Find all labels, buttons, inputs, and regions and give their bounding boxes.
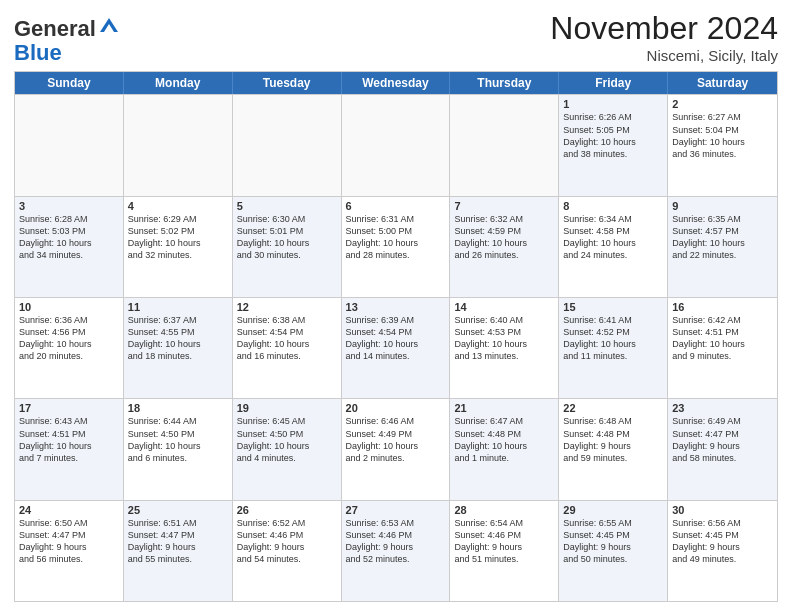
cal-cell <box>342 95 451 195</box>
cal-cell: 2Sunrise: 6:27 AM Sunset: 5:04 PM Daylig… <box>668 95 777 195</box>
day-number: 3 <box>19 200 119 212</box>
day-number: 28 <box>454 504 554 516</box>
location: Niscemi, Sicily, Italy <box>550 47 778 64</box>
day-number: 18 <box>128 402 228 414</box>
logo: General Blue <box>14 14 120 65</box>
cal-cell: 17Sunrise: 6:43 AM Sunset: 4:51 PM Dayli… <box>15 399 124 499</box>
day-info: Sunrise: 6:29 AM Sunset: 5:02 PM Dayligh… <box>128 213 228 262</box>
day-info: Sunrise: 6:26 AM Sunset: 5:05 PM Dayligh… <box>563 111 663 160</box>
cal-cell: 7Sunrise: 6:32 AM Sunset: 4:59 PM Daylig… <box>450 197 559 297</box>
cal-cell: 13Sunrise: 6:39 AM Sunset: 4:54 PM Dayli… <box>342 298 451 398</box>
day-info: Sunrise: 6:43 AM Sunset: 4:51 PM Dayligh… <box>19 415 119 464</box>
cal-cell: 9Sunrise: 6:35 AM Sunset: 4:57 PM Daylig… <box>668 197 777 297</box>
day-number: 2 <box>672 98 773 110</box>
cal-cell: 11Sunrise: 6:37 AM Sunset: 4:55 PM Dayli… <box>124 298 233 398</box>
cal-header-tuesday: Tuesday <box>233 72 342 94</box>
day-info: Sunrise: 6:35 AM Sunset: 4:57 PM Dayligh… <box>672 213 773 262</box>
day-number: 8 <box>563 200 663 212</box>
day-info: Sunrise: 6:31 AM Sunset: 5:00 PM Dayligh… <box>346 213 446 262</box>
day-number: 27 <box>346 504 446 516</box>
calendar-body: 1Sunrise: 6:26 AM Sunset: 5:05 PM Daylig… <box>15 94 777 601</box>
day-number: 23 <box>672 402 773 414</box>
day-number: 30 <box>672 504 773 516</box>
cal-header-friday: Friday <box>559 72 668 94</box>
day-info: Sunrise: 6:28 AM Sunset: 5:03 PM Dayligh… <box>19 213 119 262</box>
day-info: Sunrise: 6:36 AM Sunset: 4:56 PM Dayligh… <box>19 314 119 363</box>
day-number: 1 <box>563 98 663 110</box>
title-block: November 2024 Niscemi, Sicily, Italy <box>550 10 778 64</box>
cal-cell: 19Sunrise: 6:45 AM Sunset: 4:50 PM Dayli… <box>233 399 342 499</box>
day-info: Sunrise: 6:40 AM Sunset: 4:53 PM Dayligh… <box>454 314 554 363</box>
day-number: 5 <box>237 200 337 212</box>
cal-cell <box>15 95 124 195</box>
logo-blue-text: Blue <box>14 40 62 65</box>
day-number: 25 <box>128 504 228 516</box>
day-info: Sunrise: 6:54 AM Sunset: 4:46 PM Dayligh… <box>454 517 554 566</box>
cal-cell <box>124 95 233 195</box>
day-info: Sunrise: 6:41 AM Sunset: 4:52 PM Dayligh… <box>563 314 663 363</box>
cal-cell: 22Sunrise: 6:48 AM Sunset: 4:48 PM Dayli… <box>559 399 668 499</box>
day-info: Sunrise: 6:51 AM Sunset: 4:47 PM Dayligh… <box>128 517 228 566</box>
cal-cell <box>233 95 342 195</box>
cal-cell: 4Sunrise: 6:29 AM Sunset: 5:02 PM Daylig… <box>124 197 233 297</box>
day-info: Sunrise: 6:49 AM Sunset: 4:47 PM Dayligh… <box>672 415 773 464</box>
cal-cell: 26Sunrise: 6:52 AM Sunset: 4:46 PM Dayli… <box>233 501 342 601</box>
cal-header-sunday: Sunday <box>15 72 124 94</box>
day-number: 15 <box>563 301 663 313</box>
day-info: Sunrise: 6:42 AM Sunset: 4:51 PM Dayligh… <box>672 314 773 363</box>
day-number: 16 <box>672 301 773 313</box>
cal-cell: 23Sunrise: 6:49 AM Sunset: 4:47 PM Dayli… <box>668 399 777 499</box>
cal-cell <box>450 95 559 195</box>
logo-general-text: General <box>14 16 96 41</box>
day-info: Sunrise: 6:30 AM Sunset: 5:01 PM Dayligh… <box>237 213 337 262</box>
cal-cell: 27Sunrise: 6:53 AM Sunset: 4:46 PM Dayli… <box>342 501 451 601</box>
cal-week-4: 17Sunrise: 6:43 AM Sunset: 4:51 PM Dayli… <box>15 398 777 499</box>
cal-cell: 30Sunrise: 6:56 AM Sunset: 4:45 PM Dayli… <box>668 501 777 601</box>
logo-icon <box>98 14 120 36</box>
cal-header-wednesday: Wednesday <box>342 72 451 94</box>
day-info: Sunrise: 6:50 AM Sunset: 4:47 PM Dayligh… <box>19 517 119 566</box>
cal-week-5: 24Sunrise: 6:50 AM Sunset: 4:47 PM Dayli… <box>15 500 777 601</box>
cal-header-monday: Monday <box>124 72 233 94</box>
day-info: Sunrise: 6:37 AM Sunset: 4:55 PM Dayligh… <box>128 314 228 363</box>
day-number: 9 <box>672 200 773 212</box>
cal-cell: 14Sunrise: 6:40 AM Sunset: 4:53 PM Dayli… <box>450 298 559 398</box>
day-number: 6 <box>346 200 446 212</box>
cal-cell: 8Sunrise: 6:34 AM Sunset: 4:58 PM Daylig… <box>559 197 668 297</box>
day-number: 7 <box>454 200 554 212</box>
day-number: 29 <box>563 504 663 516</box>
day-info: Sunrise: 6:52 AM Sunset: 4:46 PM Dayligh… <box>237 517 337 566</box>
day-number: 14 <box>454 301 554 313</box>
day-info: Sunrise: 6:34 AM Sunset: 4:58 PM Dayligh… <box>563 213 663 262</box>
day-number: 4 <box>128 200 228 212</box>
day-number: 12 <box>237 301 337 313</box>
day-info: Sunrise: 6:27 AM Sunset: 5:04 PM Dayligh… <box>672 111 773 160</box>
cal-cell: 16Sunrise: 6:42 AM Sunset: 4:51 PM Dayli… <box>668 298 777 398</box>
day-number: 21 <box>454 402 554 414</box>
calendar: SundayMondayTuesdayWednesdayThursdayFrid… <box>14 71 778 602</box>
day-info: Sunrise: 6:56 AM Sunset: 4:45 PM Dayligh… <box>672 517 773 566</box>
day-info: Sunrise: 6:39 AM Sunset: 4:54 PM Dayligh… <box>346 314 446 363</box>
cal-cell: 3Sunrise: 6:28 AM Sunset: 5:03 PM Daylig… <box>15 197 124 297</box>
cal-week-3: 10Sunrise: 6:36 AM Sunset: 4:56 PM Dayli… <box>15 297 777 398</box>
cal-cell: 5Sunrise: 6:30 AM Sunset: 5:01 PM Daylig… <box>233 197 342 297</box>
header: General Blue November 2024 Niscemi, Sici… <box>14 10 778 65</box>
day-number: 11 <box>128 301 228 313</box>
cal-header-saturday: Saturday <box>668 72 777 94</box>
day-info: Sunrise: 6:32 AM Sunset: 4:59 PM Dayligh… <box>454 213 554 262</box>
cal-cell: 25Sunrise: 6:51 AM Sunset: 4:47 PM Dayli… <box>124 501 233 601</box>
cal-week-1: 1Sunrise: 6:26 AM Sunset: 5:05 PM Daylig… <box>15 94 777 195</box>
day-number: 17 <box>19 402 119 414</box>
cal-week-2: 3Sunrise: 6:28 AM Sunset: 5:03 PM Daylig… <box>15 196 777 297</box>
cal-cell: 29Sunrise: 6:55 AM Sunset: 4:45 PM Dayli… <box>559 501 668 601</box>
cal-cell: 15Sunrise: 6:41 AM Sunset: 4:52 PM Dayli… <box>559 298 668 398</box>
day-number: 10 <box>19 301 119 313</box>
cal-cell: 6Sunrise: 6:31 AM Sunset: 5:00 PM Daylig… <box>342 197 451 297</box>
day-number: 26 <box>237 504 337 516</box>
day-info: Sunrise: 6:48 AM Sunset: 4:48 PM Dayligh… <box>563 415 663 464</box>
day-info: Sunrise: 6:46 AM Sunset: 4:49 PM Dayligh… <box>346 415 446 464</box>
day-info: Sunrise: 6:38 AM Sunset: 4:54 PM Dayligh… <box>237 314 337 363</box>
cal-cell: 21Sunrise: 6:47 AM Sunset: 4:48 PM Dayli… <box>450 399 559 499</box>
cal-cell: 10Sunrise: 6:36 AM Sunset: 4:56 PM Dayli… <box>15 298 124 398</box>
cal-cell: 18Sunrise: 6:44 AM Sunset: 4:50 PM Dayli… <box>124 399 233 499</box>
